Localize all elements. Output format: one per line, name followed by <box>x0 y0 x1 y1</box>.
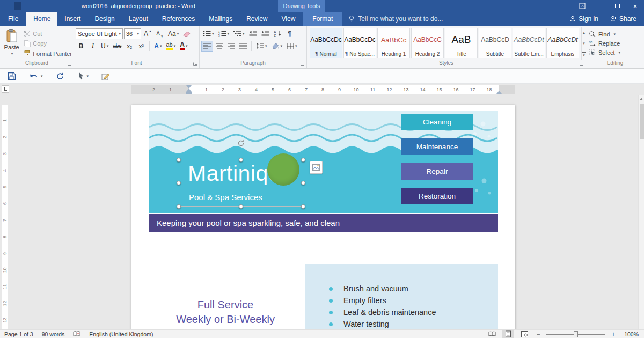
ribbon-tab[interactable]: Insert <box>57 12 87 26</box>
undo-button[interactable]: ▾ <box>29 72 43 80</box>
document-page[interactable]: Cleaning Maintenance Repair Restoration … <box>131 105 515 329</box>
justify-button[interactable] <box>238 41 248 52</box>
selection-handle[interactable] <box>301 204 305 209</box>
decrease-indent-button[interactable] <box>247 28 259 39</box>
bullets-button[interactable]: ▾ <box>201 28 216 39</box>
show-formatting-marks-button[interactable]: ¶ <box>284 28 295 39</box>
style-gallery-item[interactable]: AaB Title <box>445 28 478 58</box>
paste-button[interactable]: Paste ▾ <box>2 27 21 60</box>
subscript-button[interactable]: x₂ <box>124 41 135 52</box>
scrollbar-thumb[interactable] <box>640 104 644 139</box>
close-button[interactable]: × <box>626 0 644 12</box>
styles-more-button[interactable]: ▾ <box>582 49 586 60</box>
replace-button[interactable]: ab Replace <box>589 39 620 48</box>
font-dialog-launcher[interactable] <box>192 61 198 67</box>
superscript-button[interactable]: x² <box>136 41 147 52</box>
document-subtitle-text[interactable]: Pool & Spa Services <box>189 193 262 202</box>
paragraph-dialog-launcher[interactable] <box>299 61 305 67</box>
strikethrough-button[interactable]: abc <box>111 41 123 52</box>
selection-handle[interactable] <box>177 181 181 185</box>
selection-handle[interactable] <box>239 204 243 209</box>
touch-mouse-mode-button[interactable]: ▾ <box>77 72 89 80</box>
ribbon-tab[interactable]: Design <box>87 12 121 26</box>
ribbon-tab[interactable]: Review <box>239 12 274 26</box>
increase-indent-button[interactable] <box>260 28 271 39</box>
style-gallery-item[interactable]: AaBbCcDt Subtle Em... <box>513 28 545 58</box>
maximize-button[interactable] <box>609 0 626 12</box>
style-gallery-item[interactable]: AaBbCcD Subtitle <box>479 28 511 58</box>
selection-handle[interactable] <box>301 158 305 162</box>
numbering-button[interactable]: 123 ▾ <box>217 28 231 39</box>
scroll-up-arrow-icon[interactable] <box>640 98 643 100</box>
ribbon-tab[interactable]: Layout <box>122 12 155 26</box>
ribbon-display-options-button[interactable] <box>573 0 591 12</box>
save-button[interactable] <box>8 72 16 80</box>
left-indent-marker[interactable] <box>186 92 192 94</box>
line-spacing-button[interactable]: ▾ <box>254 41 269 52</box>
select-button[interactable]: Select ▾ <box>589 48 620 57</box>
zoom-slider-thumb[interactable] <box>574 331 578 337</box>
tab-home[interactable]: Home <box>26 12 57 26</box>
hero-nav-button[interactable]: Maintenance <box>401 138 473 155</box>
shading-button[interactable]: ▾ <box>270 41 284 52</box>
service-heading[interactable]: Full Service Weekly or Bi-Weekly <box>164 298 287 327</box>
print-layout-button[interactable] <box>502 330 514 338</box>
format-painter-button[interactable]: Format Painter <box>24 49 72 58</box>
bullet-item[interactable]: Water testing <box>305 318 498 329</box>
hero-nav-button[interactable]: Restoration <box>401 188 473 204</box>
style-gallery-item[interactable]: AaBbCcDc ¶ No Spac... <box>343 28 376 58</box>
tell-me-box[interactable]: Tell me what you want to do... <box>348 12 443 26</box>
highlight-color-button[interactable]: ab▾ <box>165 41 178 52</box>
bullet-item[interactable]: Brush and vacuum <box>305 283 498 295</box>
proofing-status[interactable] <box>73 331 80 337</box>
read-mode-button[interactable] <box>486 330 498 338</box>
vertical-scrollbar[interactable] <box>638 95 644 329</box>
hero-graphic[interactable]: Cleaning Maintenance Repair Restoration … <box>149 111 498 213</box>
grow-font-button[interactable]: A▲ <box>142 28 153 39</box>
zoom-slider[interactable] <box>546 330 605 338</box>
word-app-icon[interactable] <box>14 2 21 10</box>
style-gallery-item[interactable]: AaBbCcC Heading 2 <box>411 28 444 58</box>
page-indicator[interactable]: Page 1 of 3 <box>4 331 33 337</box>
minimize-button[interactable] <box>591 0 609 12</box>
underline-button[interactable]: U▾ <box>99 41 110 52</box>
selection-handle[interactable] <box>301 181 305 185</box>
align-right-button[interactable] <box>226 41 237 52</box>
word-count[interactable]: 90 words <box>42 331 65 337</box>
bold-button[interactable]: B <box>76 41 86 52</box>
styles-scroll-down-button[interactable]: ▾ <box>582 38 586 49</box>
change-case-button[interactable]: Aa▾ <box>166 28 180 39</box>
edit-document-button[interactable] <box>101 72 110 80</box>
text-effects-button[interactable]: A▾ <box>152 41 163 52</box>
bullet-item[interactable]: Leaf & debris maintenance <box>305 306 498 318</box>
ribbon-tab[interactable]: View <box>275 12 303 26</box>
styles-scroll-up-button[interactable]: ▴ <box>582 27 586 38</box>
sign-in-link[interactable]: Sign in <box>569 15 598 23</box>
right-indent-marker[interactable] <box>496 91 502 94</box>
layout-options-button[interactable] <box>310 161 323 174</box>
tab-format[interactable]: Format <box>303 12 342 26</box>
align-left-button[interactable] <box>201 41 213 52</box>
font-color-button[interactable]: A▾ <box>178 41 189 52</box>
clear-formatting-button[interactable] <box>181 28 192 39</box>
zoom-out-button[interactable]: − <box>535 330 542 338</box>
ribbon-tab[interactable]: Mailings <box>202 12 239 26</box>
font-size-combobox[interactable]: 36 ▾ <box>124 28 141 39</box>
services-panel[interactable]: Brush and vacuum Empty filters Leaf & de… <box>305 264 498 329</box>
share-button[interactable]: Share <box>610 15 636 23</box>
clipboard-dialog-launcher[interactable] <box>67 61 72 67</box>
find-button[interactable]: Find ▾ <box>589 30 620 39</box>
shrink-font-button[interactable]: A▼ <box>155 28 165 39</box>
font-name-combobox[interactable]: Segoe UI Light ▾ <box>76 28 123 39</box>
tab-file[interactable]: File <box>0 12 26 26</box>
borders-button[interactable]: ▾ <box>285 41 299 52</box>
hero-nav-button[interactable]: Repair <box>401 163 473 180</box>
web-layout-button[interactable] <box>518 330 530 338</box>
rotation-handle[interactable] <box>237 139 245 147</box>
hero-nav-button[interactable]: Cleaning <box>401 114 473 130</box>
language-indicator[interactable]: English (United Kingdom) <box>89 331 153 337</box>
align-center-button[interactable] <box>214 41 225 52</box>
styles-dialog-launcher[interactable] <box>579 61 584 67</box>
italic-button[interactable]: I <box>87 41 98 52</box>
style-gallery-item[interactable]: AaBbCc Heading 1 <box>377 28 410 58</box>
